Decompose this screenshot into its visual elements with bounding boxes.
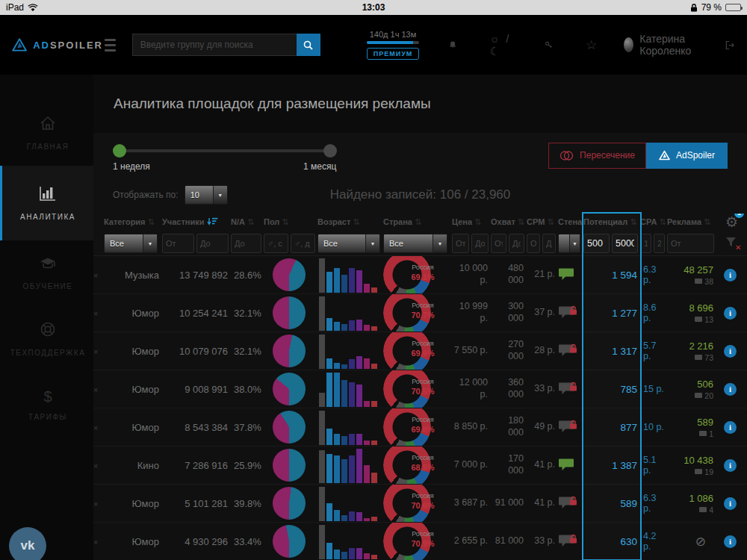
subscription-widget[interactable]: 140д 1ч 13м ПРЕМИУМ — [367, 30, 420, 60]
intersection-button[interactable]: Пересечение — [548, 143, 646, 169]
column-header-age[interactable]: Возраст⇅ — [317, 217, 383, 227]
country-name: Россия — [401, 416, 444, 423]
adspoiler-button[interactable]: AdSpoiler — [646, 143, 728, 169]
info-icon[interactable]: i — [724, 497, 737, 510]
column-header-cpa[interactable]: CPA⇅ — [640, 217, 667, 227]
cell-reach: 170 000 — [491, 453, 527, 476]
wall-locked-chat-icon[interactable] — [558, 348, 574, 359]
remove-row-icon[interactable]: × — [93, 309, 98, 318]
sort-desc-active-icon[interactable] — [207, 217, 218, 227]
sort-icon[interactable]: ⇅ — [247, 217, 254, 227]
reach-to-input[interactable] — [509, 234, 524, 253]
column-header-price[interactable]: Цена⇅ — [452, 217, 491, 227]
potential-from-input[interactable] — [583, 234, 610, 253]
members-from-input[interactable] — [162, 234, 194, 253]
sort-icon[interactable]: ⇅ — [704, 217, 710, 227]
cell-members: 10 079 076 — [162, 346, 231, 357]
column-settings-button[interactable]: ⚙1 — [725, 214, 738, 231]
search-input[interactable] — [132, 34, 297, 56]
logout-icon[interactable] — [725, 39, 735, 52]
column-header-reach[interactable]: Охват⇅ — [491, 217, 527, 227]
info-icon[interactable]: i — [724, 307, 737, 320]
wall-open-chat-icon[interactable] — [558, 462, 574, 473]
wall-locked-chat-icon[interactable] — [558, 386, 574, 397]
remove-row-icon[interactable]: × — [93, 538, 98, 547]
sidebar-item-support[interactable]: ТЕХПОДДЕРЖКА — [0, 306, 93, 372]
country-gauge-chart: Россия69.1% — [383, 256, 452, 293]
sort-icon[interactable]: ⇅ — [148, 217, 155, 227]
reset-filters-button[interactable]: ✕ — [725, 237, 737, 250]
menu-toggle-icon[interactable] — [105, 36, 116, 55]
column-header-country[interactable]: Страна⇅ — [383, 217, 452, 227]
select-value: Все — [105, 234, 143, 252]
cpm-from-input[interactable] — [527, 234, 540, 253]
column-header-na[interactable]: N/A⇅ — [231, 217, 264, 227]
slider-handle-right[interactable] — [323, 144, 337, 158]
wall-open-chat-icon[interactable] — [558, 272, 574, 283]
remove-row-icon[interactable]: × — [93, 500, 98, 508]
column-header-category[interactable]: Категория⇅ — [104, 217, 162, 227]
column-header-potential[interactable]: Потенциал⇅ — [583, 217, 640, 227]
remove-row-icon[interactable]: × — [93, 271, 98, 280]
vk-widget[interactable]: vk — [9, 527, 46, 560]
search-button[interactable] — [297, 34, 320, 56]
remove-row-icon[interactable]: × — [93, 461, 98, 470]
gender-male-input[interactable] — [264, 234, 288, 253]
per-page-select[interactable]: 10 ▼ — [185, 185, 228, 205]
country-filter-select[interactable]: Все▼ — [383, 234, 447, 253]
potential-to-input[interactable] — [612, 234, 638, 253]
sidebar-item-education[interactable]: ОБУЧЕНИЕ — [0, 240, 93, 306]
info-icon[interactable]: i — [724, 269, 737, 281]
remove-row-icon[interactable]: × — [93, 385, 98, 394]
column-header-ads[interactable]: Реклама⇅ — [667, 217, 716, 227]
remove-row-icon[interactable]: × — [93, 347, 98, 356]
age-filter-select[interactable]: Все▼ — [317, 234, 380, 253]
favorites-star-icon[interactable]: ☆ — [586, 37, 597, 53]
reach-from-input[interactable] — [491, 234, 506, 253]
sort-icon[interactable]: ⇅ — [474, 217, 481, 227]
notifications-bell-icon[interactable] — [449, 38, 456, 52]
sort-icon[interactable]: ⇅ — [659, 217, 666, 227]
user-menu[interactable]: Катерина Короленко — [624, 33, 704, 57]
sort-icon[interactable]: ⇅ — [282, 217, 288, 227]
ads-from-input[interactable] — [667, 234, 714, 253]
na-to-input[interactable] — [231, 234, 261, 253]
cpa-from-input[interactable] — [640, 234, 651, 253]
price-from-input[interactable] — [452, 234, 469, 253]
sort-icon[interactable]: ⇅ — [547, 217, 554, 227]
wall-locked-chat-icon[interactable] — [558, 538, 574, 550]
price-to-input[interactable] — [471, 234, 489, 253]
gender-female-input[interactable] — [291, 234, 315, 253]
column-header-members[interactable]: Участники — [162, 217, 231, 227]
adspoiler-logo[interactable]: ADSPOILER — [12, 34, 103, 56]
info-icon[interactable]: i — [724, 383, 737, 396]
info-icon[interactable]: i — [724, 345, 737, 358]
info-icon[interactable]: i — [724, 459, 737, 472]
category-filter-select[interactable]: Все▼ — [104, 234, 158, 253]
wall-locked-chat-icon[interactable] — [558, 310, 574, 321]
sort-icon[interactable]: ⇅ — [518, 217, 524, 227]
members-to-input[interactable] — [196, 234, 229, 253]
sort-icon[interactable]: ⇅ — [353, 217, 359, 227]
slider-handle-left[interactable] — [113, 144, 126, 158]
sidebar-item-analytics[interactable]: АНАЛИТИКА — [0, 166, 93, 240]
cpm-to-input[interactable] — [542, 234, 556, 253]
sort-icon[interactable]: ⇅ — [415, 217, 421, 227]
remove-row-icon[interactable]: × — [93, 423, 98, 432]
info-icon[interactable]: i — [724, 421, 737, 434]
column-label: Цена — [452, 217, 472, 226]
column-header-cpm[interactable]: CPM⇅ — [527, 217, 558, 227]
slider-track[interactable] — [113, 149, 328, 152]
api-key-icon[interactable] — [545, 38, 553, 52]
sort-icon[interactable]: ⇅ — [630, 217, 636, 227]
sidebar-item-home[interactable]: ГЛАВНАЯ — [0, 100, 93, 166]
cell-country: Россия69.1% — [383, 256, 452, 293]
info-icon[interactable]: i — [724, 535, 737, 548]
sidebar-item-tariffs[interactable]: $ТАРИФЫ — [0, 372, 93, 438]
wall-locked-chat-icon[interactable] — [558, 500, 574, 511]
column-header-gender[interactable]: Пол⇅ — [264, 217, 317, 227]
wall-filter-select[interactable]: ▼ — [558, 234, 580, 253]
wall-locked-chat-icon[interactable] — [558, 424, 574, 435]
theme-toggle[interactable]: ☼ / ☾ — [489, 32, 512, 58]
cpa-to-input[interactable] — [654, 234, 665, 253]
